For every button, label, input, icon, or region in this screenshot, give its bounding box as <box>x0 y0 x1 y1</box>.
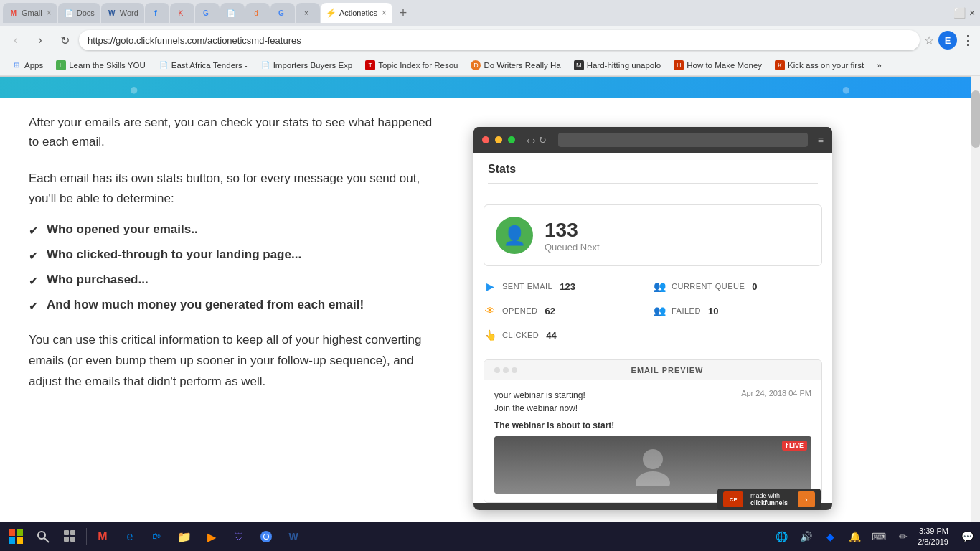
window-controls: – ⬜ × <box>941 8 977 18</box>
person-silhouette <box>631 443 674 486</box>
taskbar-clock[interactable]: 3:39 PM 2/8/2019 <box>918 526 953 548</box>
taskbar: M e 🛍 📁 ▶ 🛡 W 🌐 🔊 ◆ 🔔 ⌨ ✏ 3:39 PM 2/8/20… <box>0 522 980 551</box>
cf-arrow-button[interactable]: › <box>798 491 815 507</box>
email-subject-text: your webinar is starting! Join the webin… <box>494 389 585 415</box>
check-icon-4: ✔ <box>29 299 38 313</box>
start-button[interactable] <box>3 524 29 550</box>
preview-dot-3 <box>512 367 517 373</box>
taskbar-edge[interactable]: e <box>117 524 143 550</box>
back-button[interactable]: ‹ <box>6 30 26 50</box>
bookmark-hard[interactable]: M Hard-hitting unapolo <box>568 58 667 72</box>
taskbar-mail[interactable]: M <box>90 524 116 550</box>
svg-rect-5 <box>17 537 23 544</box>
maximize-button[interactable]: ⬜ <box>954 8 964 18</box>
mockup-back-icon: ‹ <box>527 135 529 146</box>
taskbar-dropbox-icon[interactable]: ◆ <box>820 527 840 547</box>
taskbar-separator <box>86 528 87 545</box>
bookmark-money[interactable]: H How to Make Money <box>668 58 768 72</box>
mockup-dot-green <box>508 136 515 143</box>
taskbar-keyboard-icon[interactable]: ⌨ <box>869 527 889 547</box>
bookmark-apps[interactable]: ⊞ Apps <box>6 58 49 72</box>
tab-docs[interactable]: 📄 Docs <box>58 3 100 23</box>
scrollbar-thumb[interactable] <box>971 90 980 148</box>
email-preview-title: EMAIL PREVIEW <box>523 366 811 375</box>
tab-actionetics[interactable]: ⚡ Actionetics × <box>321 3 392 23</box>
preview-dot-1 <box>494 367 500 373</box>
bookmark-kick[interactable]: K Kick ass on your first <box>769 58 870 72</box>
address-bar: ‹ › ↻ ☆ E ⋮ <box>0 26 980 55</box>
mockup-titlebar: ‹ › ↻ ≡ <box>473 127 832 153</box>
gmail-favicon: M <box>9 8 19 18</box>
stats-grid: ▶ SENT EMAIL 123 👥 CURRENT QUEUE 0 👁 OPE… <box>473 276 832 352</box>
email-heading: The webinar is about to start! <box>494 420 811 430</box>
email-image-bg <box>494 436 811 494</box>
browser-mockup: ‹ › ↻ ≡ Stats 👤 <box>473 127 832 510</box>
tab-word[interactable]: W Word <box>101 3 144 23</box>
taskbar-vlc[interactable]: ▶ <box>199 524 225 550</box>
queued-card: 👤 133 Queued Next <box>484 204 822 266</box>
taskbar-word[interactable]: W <box>281 524 306 550</box>
forward-button[interactable]: › <box>30 30 50 50</box>
tab-close[interactable]: × <box>47 8 52 18</box>
taskbar-files[interactable]: 📁 <box>171 524 197 550</box>
check-icon-3: ✔ <box>29 274 38 288</box>
taskbar-pen-icon[interactable]: ✏ <box>893 527 913 547</box>
bookmark-africa[interactable]: 📄 East Africa Tenders - <box>153 58 253 72</box>
mockup-nav: ‹ › ↻ <box>527 135 547 146</box>
tab-close-x[interactable]: × <box>296 3 320 23</box>
bookmark-star[interactable]: ☆ <box>924 34 934 47</box>
keeper-favicon: K <box>176 8 186 18</box>
new-tab-button[interactable]: + <box>393 3 413 23</box>
address-input[interactable] <box>79 30 920 50</box>
bookmark-importers[interactable]: 📄 Importers Buyers Exp <box>255 58 359 72</box>
minimize-button[interactable]: – <box>941 8 951 18</box>
tab-keeper[interactable]: K <box>170 3 194 23</box>
stat-sent: ▶ SENT EMAIL 123 <box>484 276 653 296</box>
tab-facebook[interactable]: f <box>145 3 169 23</box>
close-button[interactable]: × <box>967 8 977 18</box>
stat-sent-value: 123 <box>560 281 575 292</box>
taskbar-network-icon[interactable]: 🌐 <box>771 527 791 547</box>
search-button[interactable] <box>30 524 56 550</box>
failed-icon: 👥 <box>653 305 666 316</box>
word-favicon: W <box>107 8 117 18</box>
bookmarks-more[interactable]: » <box>871 59 887 72</box>
queued-label: Queued Next <box>545 242 600 253</box>
stat-failed-value: 10 <box>708 306 718 316</box>
stats-title: Stats <box>488 163 818 176</box>
left-content: After your emails are sent, you can chec… <box>29 113 445 392</box>
svg-line-7 <box>44 538 49 542</box>
taskbar-notification-center[interactable]: 💬 <box>957 527 977 547</box>
bookmark-topic[interactable]: T Topic Index for Resou <box>359 58 463 72</box>
profile-button[interactable]: E <box>938 31 957 50</box>
list-item-1-text: Who opened your emails.. <box>47 222 198 237</box>
taskbar-volume-icon[interactable]: 🔊 <box>796 527 816 547</box>
svg-rect-3 <box>17 529 23 536</box>
cf-favicon: ⚡ <box>326 8 336 18</box>
task-view-button[interactable] <box>57 524 83 550</box>
taskbar-proton[interactable]: 🛡 <box>226 524 252 550</box>
svg-point-0 <box>643 449 663 469</box>
tab-google2[interactable]: G <box>270 3 295 23</box>
tab-diigo[interactable]: d <box>245 3 270 23</box>
stat-clicked-label: CLICKED <box>502 331 539 339</box>
feature-checklist: ✔ Who opened your emails.. ✔ Who clicked… <box>29 222 445 313</box>
taskbar-chrome[interactable] <box>253 524 279 550</box>
sent-icon: ▶ <box>484 281 496 292</box>
taskbar-notify-icon[interactable]: 🔔 <box>844 527 864 547</box>
bottom-paragraph: You can use this critical information to… <box>29 330 445 392</box>
tab-docs2[interactable]: 📄 <box>220 3 245 23</box>
reload-button[interactable]: ↻ <box>55 30 75 50</box>
tab-gmail[interactable]: M Gmail × <box>3 3 57 23</box>
tab-close-active[interactable]: × <box>382 8 387 18</box>
bookmark-skills[interactable]: L Learn the Skills YOU <box>50 58 151 72</box>
bookmark-writers[interactable]: D Do Writers Really Ha <box>465 58 566 72</box>
tab-google1[interactable]: G <box>195 3 220 23</box>
sub-paragraph: Each email has its own stats button, so … <box>29 169 445 207</box>
tab-bar: M Gmail × 📄 Docs W Word f K G 📄 d G <box>0 0 980 26</box>
chrome-menu-button[interactable]: ⋮ <box>961 32 974 48</box>
stat-opened-value: 62 <box>545 306 555 316</box>
scrollbar-track[interactable] <box>971 76 980 522</box>
svg-rect-10 <box>64 537 69 542</box>
taskbar-store[interactable]: 🛍 <box>144 524 170 550</box>
